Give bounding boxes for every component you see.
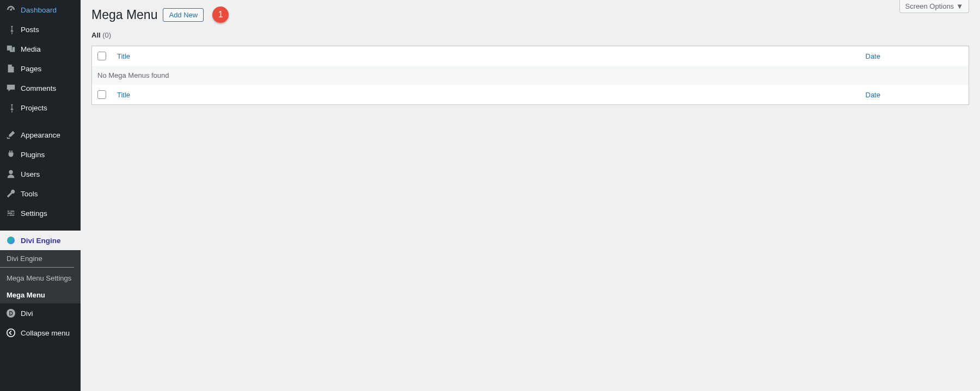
wrench-icon [5,188,16,199]
sidebar-item-label: Settings [21,209,47,218]
screen-options-label: Screen Options [905,2,954,10]
sidebar-item-label: Media [21,45,41,53]
sidebar-item-comments[interactable]: Comments [0,78,81,98]
sidebar-item-label: Users [21,170,40,178]
sidebar-item-plugins[interactable]: Plugins [0,145,81,164]
screen-options-wrap: Screen Options ▼ [899,0,969,13]
page-title: Mega Menu [91,8,157,22]
pin-icon [5,24,16,35]
sidebar-submenu: Divi Engine Mega Menu Settings Mega Menu [0,250,81,303]
submenu-item-mega-menu[interactable]: Mega Menu [0,287,81,303]
file-icon [5,63,16,74]
column-footer-date[interactable]: Date [860,85,969,105]
pin-icon [5,102,16,113]
plug-icon [5,149,16,160]
page-heading-row: Mega Menu Add New 1 [91,0,969,23]
submenu-item-divi-engine[interactable]: Divi Engine [0,250,74,268]
svg-point-0 [7,329,15,337]
column-header-date[interactable]: Date [860,46,969,66]
media-icon [5,44,16,54]
sidebar-item-collapse[interactable]: Collapse menu [0,323,81,343]
select-all-checkbox-top[interactable] [97,52,106,60]
submenu-item-mega-menu-settings[interactable]: Mega Menu Settings [0,270,81,287]
sidebar-item-label: Projects [21,104,47,112]
sidebar-item-media[interactable]: Media [0,39,81,59]
gauge-icon [5,4,16,15]
posts-table: Title Date No Mega Menus found Title Dat… [91,46,969,105]
admin-sidebar: Dashboard Posts Media Pages Comments Pro… [0,0,81,391]
collapse-icon [5,327,16,338]
sidebar-item-divi-engine[interactable]: Divi Engine [0,231,81,250]
chevron-down-icon: ▼ [956,2,963,10]
column-header-title[interactable]: Title [112,46,860,66]
sidebar-item-label: Plugins [21,151,45,159]
sidebar-item-settings[interactable]: Settings [0,203,81,223]
table-footer-row: Title Date [92,85,969,105]
sidebar-item-label: Tools [21,190,38,198]
sidebar-item-projects[interactable]: Projects [0,98,81,117]
sidebar-item-divi[interactable]: D Divi [0,303,81,323]
table-empty-row: No Mega Menus found [92,66,969,85]
sidebar-item-label: Dashboard [21,6,57,14]
sidebar-item-posts[interactable]: Posts [0,20,81,39]
annotation-badge: 1 [212,7,229,23]
divi-engine-icon [5,235,16,246]
main-content: Screen Options ▼ Mega Menu Add New 1 All… [81,0,980,391]
filter-links: All (0) [91,31,969,39]
sliders-icon [5,208,16,219]
sidebar-item-label: Comments [21,84,56,92]
sidebar-item-dashboard[interactable]: Dashboard [0,0,81,20]
screen-options-button[interactable]: Screen Options ▼ [899,0,969,13]
sidebar-item-label: Posts [21,26,39,34]
sidebar-item-appearance[interactable]: Appearance [0,125,81,145]
select-all-checkbox-bottom[interactable] [97,90,106,99]
sidebar-item-label: Collapse menu [21,329,70,337]
filter-all-label[interactable]: All [91,31,101,39]
sidebar-item-label: Divi Engine [21,237,61,245]
sidebar-item-label: Pages [21,65,41,73]
sidebar-item-label: Divi [21,309,33,318]
user-icon [5,169,16,179]
sidebar-item-users[interactable]: Users [0,164,81,184]
divi-d-icon: D [5,308,16,319]
brush-icon [5,129,16,140]
comment-icon [5,83,16,94]
add-new-button[interactable]: Add New [163,8,204,22]
table-header-row: Title Date [92,46,969,66]
filter-all-count: (0) [102,31,111,39]
sidebar-item-pages[interactable]: Pages [0,59,81,78]
sidebar-item-label: Appearance [21,131,60,139]
column-footer-title[interactable]: Title [112,85,860,105]
sidebar-item-tools[interactable]: Tools [0,184,81,203]
empty-message: No Mega Menus found [92,66,969,85]
